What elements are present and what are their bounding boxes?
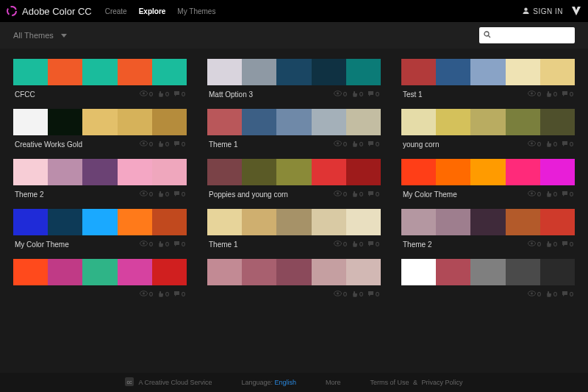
swatch	[82, 109, 117, 135]
theme-title: young corn	[403, 140, 528, 149]
nav-item-create[interactable]: Create	[105, 4, 127, 18]
svg-line-3	[489, 36, 491, 38]
comment-icon	[173, 140, 180, 149]
theme-card[interactable]: Test 1000	[401, 59, 575, 103]
theme-title: Theme 2	[403, 240, 528, 249]
swatch	[312, 109, 346, 135]
comment-icon	[562, 190, 568, 199]
app-footer: cc A Creative Cloud Service Language: En…	[0, 373, 588, 392]
swatch	[312, 209, 346, 235]
svg-point-21	[531, 193, 533, 195]
swatch-row	[13, 259, 187, 285]
theme-card[interactable]: Theme 2000	[401, 209, 575, 253]
views-stat: 0	[528, 240, 541, 248]
comment-icon	[368, 90, 374, 99]
theme-card[interactable]: Poppies and young corn000	[207, 159, 381, 203]
views-stat: 0	[140, 291, 153, 298]
nav-item-my-themes[interactable]: My Themes	[177, 4, 215, 18]
swatch	[540, 259, 575, 285]
stat-count: 0	[537, 190, 541, 198]
swatch	[540, 159, 575, 185]
terms-link[interactable]: Terms of Use	[370, 379, 409, 386]
swatch	[242, 209, 276, 235]
color-cc-logo-icon	[6, 5, 18, 17]
swatch	[470, 259, 505, 285]
swatch	[540, 209, 575, 235]
card-meta: 000	[13, 285, 187, 303]
swatch	[312, 159, 346, 185]
search-field[interactable]	[479, 27, 575, 43]
theme-stats: 000	[528, 140, 573, 149]
theme-card[interactable]: Creative Works Gold000	[13, 109, 187, 153]
stat-count: 0	[343, 90, 347, 98]
theme-card[interactable]: 000	[13, 259, 187, 303]
sign-in-button[interactable]: SIGN IN	[522, 7, 563, 16]
svg-point-2	[484, 32, 489, 36]
likes-stat: 0	[545, 90, 557, 99]
theme-card[interactable]: My Color Theme000	[13, 209, 187, 253]
theme-card[interactable]: 000	[401, 259, 575, 303]
stat-count: 0	[537, 291, 541, 298]
swatch	[13, 259, 48, 285]
theme-stats: 000	[528, 291, 573, 299]
svg-point-29	[143, 293, 145, 295]
swatch	[506, 159, 540, 185]
likes-stat: 0	[157, 140, 169, 149]
eye-icon	[528, 291, 536, 298]
filter-bar: All Themes	[0, 22, 588, 49]
swatch	[13, 109, 48, 135]
language-selector[interactable]: Language: English	[241, 379, 296, 386]
theme-stats: 000	[140, 291, 185, 299]
footer-more-link[interactable]: More	[326, 379, 341, 386]
filter-dropdown[interactable]: All Themes	[13, 31, 67, 40]
search-icon	[484, 31, 491, 40]
stat-count: 0	[359, 291, 363, 298]
theme-card[interactable]: CFCC000	[13, 59, 187, 103]
stat-count: 0	[537, 140, 541, 148]
stat-count: 0	[182, 190, 185, 198]
swatch	[506, 259, 540, 285]
product-name: Adobe Color CC	[22, 6, 92, 17]
stat-count: 0	[537, 90, 541, 98]
swatch	[242, 259, 276, 285]
nav-item-explore[interactable]: Explore	[139, 4, 166, 18]
svg-point-19	[337, 193, 339, 195]
likes-stat: 0	[351, 190, 363, 199]
swatch	[152, 159, 187, 185]
stat-count: 0	[570, 190, 573, 198]
card-meta: My Color Theme000	[401, 185, 575, 203]
theme-card[interactable]: Matt Option 3000	[207, 59, 381, 103]
theme-stats: 000	[334, 240, 379, 249]
theme-card[interactable]: 000	[207, 259, 381, 303]
search-input[interactable]	[494, 32, 567, 40]
svg-point-23	[143, 243, 145, 245]
eye-icon	[140, 190, 148, 198]
theme-card[interactable]: Theme 1000	[207, 209, 381, 253]
views-stat: 0	[334, 190, 347, 198]
language-value[interactable]: English	[274, 379, 296, 386]
theme-card[interactable]: My Color Theme000	[401, 159, 575, 203]
stat-count: 0	[359, 140, 363, 148]
theme-card[interactable]: Theme 1000	[207, 109, 381, 153]
swatch	[152, 259, 187, 285]
privacy-link[interactable]: Privacy Policy	[422, 379, 463, 386]
stat-count: 0	[343, 140, 347, 148]
main-nav: Create Explore My Themes	[105, 4, 216, 18]
stat-count: 0	[376, 140, 379, 148]
comments-stat: 0	[173, 291, 185, 299]
swatch	[207, 259, 242, 285]
comments-stat: 0	[173, 90, 185, 99]
filter-dropdown-label: All Themes	[13, 31, 54, 40]
stat-count: 0	[359, 90, 363, 98]
swatch	[118, 159, 152, 185]
thumb-up-icon	[157, 190, 164, 199]
swatch	[470, 209, 505, 235]
swatch	[506, 109, 540, 135]
theme-card[interactable]: young corn000	[401, 109, 575, 153]
swatch	[48, 259, 82, 285]
swatch-row	[401, 209, 575, 235]
theme-title: Creative Works Gold	[15, 140, 140, 149]
comments-stat: 0	[368, 240, 379, 249]
theme-card[interactable]: Theme 2000	[13, 159, 187, 203]
sign-in-label: SIGN IN	[533, 7, 563, 15]
